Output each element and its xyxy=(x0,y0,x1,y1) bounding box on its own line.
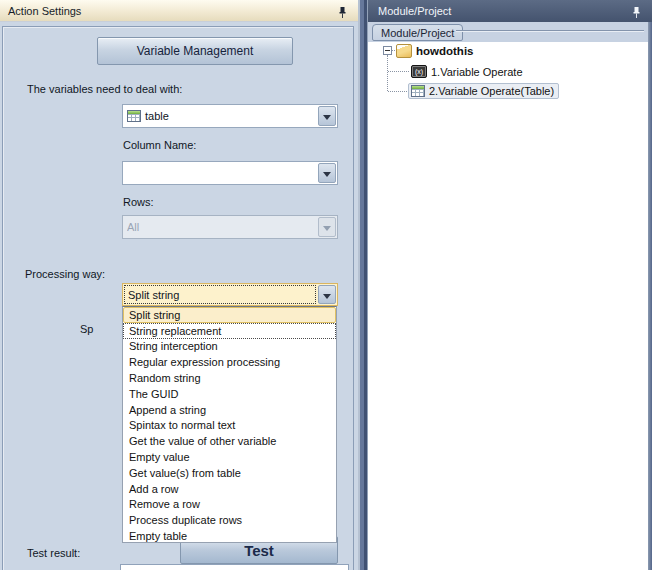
rows-label: Rows: xyxy=(123,196,154,208)
dropdown-arrow-icon[interactable] xyxy=(318,106,336,126)
panel-title: Action Settings xyxy=(0,5,81,17)
tabstrip-line xyxy=(456,30,644,32)
tree-node-variable-operate-table[interactable]: 2.Variable Operate(Table) xyxy=(408,82,559,99)
test-result-label: Test result: xyxy=(27,547,80,559)
dropdown-option[interactable]: Get the value of other variable xyxy=(123,433,336,449)
rows-combobox-value: All xyxy=(127,216,315,238)
obscured-label-fragment: Sp xyxy=(80,323,93,335)
dropdown-option[interactable]: Split string xyxy=(123,307,336,323)
column-name-label: Column Name: xyxy=(123,139,196,151)
dropdown-option[interactable]: Get value(s) from table xyxy=(123,465,336,481)
dropdown-option[interactable]: String replacement xyxy=(123,323,336,339)
arrow-triangle xyxy=(323,172,331,181)
column-name-combobox[interactable] xyxy=(122,161,338,185)
module-project-tabstrip: Module/Project xyxy=(368,22,648,42)
module-project-titlebar: Module/Project xyxy=(368,0,652,22)
collapse-icon[interactable] xyxy=(383,46,392,55)
test-result-textbox[interactable] xyxy=(120,564,349,570)
panel-splitter[interactable] xyxy=(358,0,368,570)
processing-way-label: Processing way: xyxy=(25,268,105,280)
panel-right-edge xyxy=(648,22,652,570)
dropdown-arrow-icon xyxy=(318,217,336,237)
arrow-triangle xyxy=(323,115,331,124)
variables-label: The variables need to deal with: xyxy=(27,83,182,95)
tree-root-label: howdothis xyxy=(416,45,474,57)
dropdown-option[interactable]: String interception xyxy=(123,339,336,355)
dropdown-option[interactable]: Add a row xyxy=(123,481,336,497)
table-icon xyxy=(127,110,141,122)
tree-node-variable-operate[interactable]: (x) 1.Variable Operate xyxy=(411,63,523,80)
variable-combobox-text: table xyxy=(145,110,169,122)
dropdown-option[interactable]: Append a string xyxy=(123,402,336,418)
arrow-triangle xyxy=(323,226,331,235)
dropdown-option[interactable]: Regular expression processing xyxy=(123,354,336,370)
dropdown-option[interactable]: Empty table xyxy=(123,528,336,544)
tree-connector-vertical xyxy=(387,55,388,91)
arrow-triangle xyxy=(323,294,331,303)
variable-combobox[interactable]: table xyxy=(122,104,338,128)
tree-item-label: 1.Variable Operate xyxy=(431,66,523,78)
dropdown-option[interactable]: Spintax to normal text xyxy=(123,418,336,434)
pin-icon[interactable] xyxy=(337,5,348,17)
variable-combobox-value: table xyxy=(127,105,315,127)
action-settings-panel: Action Settings Variable Management The … xyxy=(0,0,358,570)
dropdown-option[interactable]: Empty value xyxy=(123,449,336,465)
action-settings-titlebar: Action Settings xyxy=(0,0,358,22)
dropdown-option[interactable]: Process duplicate rows xyxy=(123,512,336,528)
tree-connector xyxy=(388,71,409,72)
dropdown-arrow-icon[interactable] xyxy=(318,285,336,304)
pin-icon[interactable] xyxy=(631,5,642,17)
processing-way-combobox[interactable]: Split string xyxy=(122,283,338,306)
app-window: { "left_panel": { "title": "Action Setti… xyxy=(0,0,652,570)
dropdown-option[interactable]: The GUID xyxy=(123,386,336,402)
tree-selection-highlight: 2.Variable Operate(Table) xyxy=(408,83,559,99)
variable-management-button[interactable]: Variable Management xyxy=(97,37,293,65)
dropdown-option[interactable]: Random string xyxy=(123,370,336,386)
module-project-panel: Module/Project Module/Project howdothis … xyxy=(368,0,652,570)
processing-way-combobox-value: Split string xyxy=(124,285,316,304)
tree-item-label: 2.Variable Operate(Table) xyxy=(429,85,554,97)
project-tree: howdothis (x) 1.Variable Operate 2.Varia… xyxy=(368,42,648,570)
tree-connector xyxy=(388,91,409,92)
dropdown-arrow-icon[interactable] xyxy=(318,163,336,183)
table-icon xyxy=(411,85,425,97)
tab-module-project[interactable]: Module/Project xyxy=(372,24,463,41)
folder-icon xyxy=(396,44,412,58)
column-name-combobox-value xyxy=(127,162,315,184)
dropdown-option[interactable]: Remove a row xyxy=(123,497,336,513)
tree-node-root[interactable]: howdothis xyxy=(383,42,474,59)
rows-combobox-disabled: All xyxy=(122,215,338,239)
processing-way-dropdown-list: Split stringString replacementString int… xyxy=(122,306,337,543)
variable-icon: (x) xyxy=(411,65,427,78)
panel-title: Module/Project xyxy=(368,5,451,17)
